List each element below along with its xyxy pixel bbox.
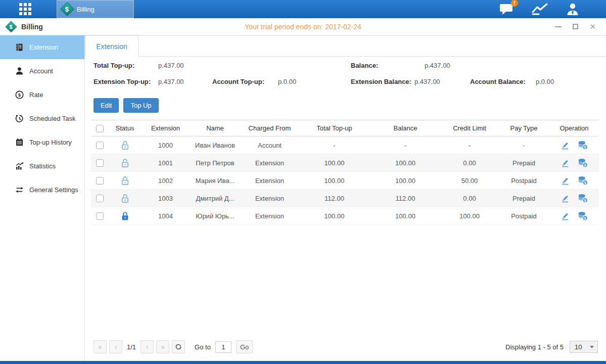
displaying-text: Displaying 1 - 5 of 5 <box>505 343 564 351</box>
sidebar-item-label: Top-up History <box>29 139 72 146</box>
row-checkbox[interactable] <box>96 159 104 167</box>
goto-page-input[interactable] <box>215 341 231 353</box>
row-checkbox[interactable] <box>96 195 104 202</box>
operation-cell: $ <box>549 211 599 221</box>
chart-icon[interactable] <box>531 3 548 16</box>
credit-limit-cell: 0.00 <box>441 195 498 202</box>
sidebar-item-label: General Settings <box>29 186 78 194</box>
window-title: Billing <box>21 23 43 31</box>
prev-page-button[interactable]: ‹ <box>109 340 122 353</box>
first-page-button[interactable]: « <box>94 340 107 353</box>
billing-window-icon: $ <box>5 20 17 32</box>
status-locked-icon[interactable] <box>121 211 129 221</box>
sidebar-item-account[interactable]: Account <box>0 59 84 83</box>
sidebar-item-general-settings[interactable]: General Settings <box>0 178 84 202</box>
maximize-icon[interactable] <box>573 24 578 29</box>
status-cell <box>108 194 142 203</box>
balance-cell: - <box>370 142 441 149</box>
name-cell: Мария Ива... <box>190 177 241 185</box>
account-icon <box>15 67 24 75</box>
charged-from-cell: Extension <box>241 195 299 202</box>
edit-icon[interactable] <box>561 176 570 185</box>
topup-history-icon <box>15 138 24 147</box>
row-checkbox[interactable] <box>96 212 104 220</box>
status-unlocked-icon[interactable] <box>121 194 129 203</box>
row-checkbox-cell <box>91 159 108 167</box>
status-unlocked-icon[interactable] <box>121 141 129 150</box>
column-status: Status <box>108 124 142 132</box>
page-size-select[interactable]: 10 <box>570 341 598 353</box>
tab-extension[interactable]: Extension <box>85 35 138 57</box>
status-cell <box>108 176 142 186</box>
sidebar-item-scheduled-task[interactable]: Scheduled Task <box>0 107 84 130</box>
name-cell: Юрий Юрь... <box>190 212 241 220</box>
topup-icon[interactable]: $ <box>578 176 588 186</box>
sidebar-item-extension[interactable]: Extension <box>0 35 84 59</box>
scheduled-task-icon <box>15 114 24 123</box>
balance-label: Balance: <box>351 62 378 69</box>
sidebar-item-statistics[interactable]: Statistics <box>0 154 84 178</box>
edit-icon[interactable] <box>561 211 570 220</box>
general-settings-icon <box>15 186 24 194</box>
close-icon[interactable]: ✕ <box>589 23 596 30</box>
rate-icon: $ <box>15 90 24 99</box>
edit-icon[interactable] <box>561 194 570 203</box>
operation-cell: $ <box>549 141 599 150</box>
column-name: Name <box>190 124 241 132</box>
topup-button[interactable]: Top Up <box>123 98 158 113</box>
column-total-topup: Total Top-up <box>299 124 370 132</box>
sidebar-item-topup-history[interactable]: Top-up History <box>0 130 84 154</box>
svg-text:$: $ <box>18 92 21 98</box>
name-cell: Дмитрий Д... <box>190 195 241 202</box>
extension-cell: 1000 <box>142 142 190 149</box>
balance-cell: 100.00 <box>370 212 441 220</box>
table-row: 1003Дмитрий Д...Extension112.00112.000.0… <box>91 190 599 207</box>
operation-cell: $ <box>549 176 599 186</box>
topup-icon[interactable]: $ <box>578 141 588 150</box>
edit-icon[interactable] <box>561 158 570 167</box>
topup-icon[interactable]: $ <box>578 158 588 168</box>
status-unlocked-icon[interactable] <box>121 176 129 186</box>
select-all-checkbox[interactable] <box>96 125 104 132</box>
column-charged-from: Charged From <box>241 124 299 132</box>
refresh-icon[interactable] <box>172 340 185 353</box>
trial-notice: Your trial period ends on: 2017-02-24 <box>0 23 606 31</box>
goto-label: Go to <box>195 343 211 351</box>
topup-icon[interactable]: $ <box>578 194 588 203</box>
pay-type-cell: Postpaid <box>498 212 549 220</box>
edit-button[interactable]: Edit <box>94 98 119 113</box>
next-page-button[interactable]: › <box>141 340 154 353</box>
name-cell: Петр Петров <box>190 159 241 167</box>
billing-app-icon: $ <box>60 2 74 16</box>
user-icon[interactable] <box>566 3 580 16</box>
account-balance-value: p.0.00 <box>536 78 554 85</box>
row-checkbox[interactable] <box>96 142 104 149</box>
balance-cell: 100.00 <box>370 177 441 185</box>
edit-icon[interactable] <box>561 141 570 150</box>
extension-balance-label: Extension Balance: <box>351 78 411 85</box>
sidebar: Extension Account $ Rate Scheduled Task … <box>0 35 85 361</box>
extension-topup-value: p.437.00 <box>158 78 184 85</box>
app-grid-icon[interactable] <box>19 3 31 15</box>
row-checkbox[interactable] <box>96 177 104 185</box>
charged-from-cell: Extension <box>241 159 299 167</box>
charged-from-cell: Extension <box>241 177 299 185</box>
status-unlocked-icon[interactable] <box>121 158 129 168</box>
operation-cell: $ <box>549 158 599 168</box>
taskbar-tab-billing[interactable]: $ Billing <box>57 0 134 18</box>
go-button[interactable]: Go <box>236 340 253 353</box>
status-cell <box>108 141 142 150</box>
column-operation: Operation <box>549 124 599 132</box>
column-pay-type: Pay Type <box>498 124 549 132</box>
table-row: 1001Петр ПетровExtension100.00100.000.00… <box>91 154 599 172</box>
extension-balance-value: p.437.00 <box>414 78 440 85</box>
total-topup-cell: - <box>299 142 370 149</box>
messages-icon[interactable]: ! <box>499 3 514 16</box>
tab-bar: Extension <box>85 35 606 57</box>
sidebar-item-rate[interactable]: $ Rate <box>0 83 84 107</box>
extension-cell: 1003 <box>142 195 190 202</box>
extension-cell: 1001 <box>142 159 190 167</box>
last-page-button[interactable]: » <box>156 340 169 353</box>
topup-icon[interactable]: $ <box>578 211 588 221</box>
minimize-icon[interactable] <box>555 26 562 27</box>
